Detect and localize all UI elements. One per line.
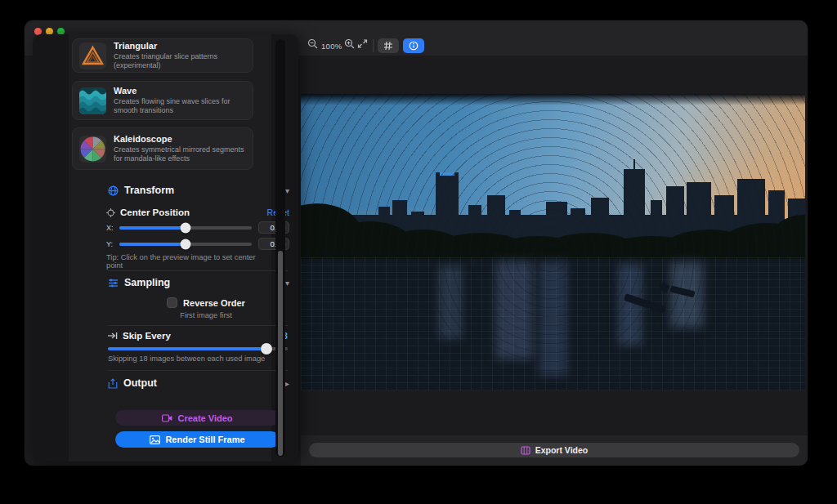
center-position-label: Center Position <box>120 207 190 217</box>
zoom-in-icon[interactable] <box>344 38 355 49</box>
toolbar-divider <box>373 39 374 52</box>
pattern-description: Creates flowing sine wave slices for smo… <box>114 97 246 115</box>
export-video-button[interactable]: Export Video <box>309 443 799 457</box>
x-label: X: <box>106 224 119 232</box>
export-video-icon <box>521 446 530 455</box>
sampling-icon <box>108 278 119 288</box>
pattern-card-kaleidoscope[interactable]: Kaleidoscope Creates symmetrical mirrore… <box>72 127 253 170</box>
center-position-tip: Tip: Click on the preview image to set c… <box>106 253 271 270</box>
section-label: Transform <box>124 185 174 196</box>
sidebar-scrollbar-track[interactable] <box>275 39 285 457</box>
skip-arrow-icon <box>108 332 118 340</box>
export-video-label: Export Video <box>535 445 589 455</box>
reverse-order-label: Reverse Order <box>183 298 245 308</box>
skip-every-caption: Skipping 18 images between each used ima… <box>108 355 265 363</box>
create-video-label: Create Video <box>177 413 232 423</box>
chevron-right-icon: ▸ <box>285 379 289 388</box>
zoom-level: 100% <box>321 42 342 51</box>
y-slider-row: Y: 0.00 <box>106 238 289 250</box>
image-icon <box>150 435 160 444</box>
section-transform[interactable]: Transform ▾ <box>108 185 289 196</box>
section-sampling[interactable]: Sampling ▾ <box>108 277 289 288</box>
info-toggle-icon <box>409 41 418 51</box>
x-slider-thumb[interactable] <box>181 222 191 233</box>
render-still-frame-label: Render Still Frame <box>165 435 244 444</box>
pattern-description: Creates symmetrical mirrored segments fo… <box>114 145 246 163</box>
sidebar-scrollbar-thumb[interactable] <box>278 251 283 456</box>
pattern-title: Wave <box>114 86 246 96</box>
settings-sidebar: Triangular Creates triangular slice patt… <box>33 34 298 462</box>
y-slider-thumb[interactable] <box>181 239 191 249</box>
grid-toggle-button[interactable] <box>378 38 399 53</box>
skip-every-row: Skip Every 18 <box>108 331 288 341</box>
section-label: Output <box>123 377 157 389</box>
crosshair-icon <box>106 208 115 217</box>
chevron-down-icon: ▾ <box>285 186 289 195</box>
x-slider-row: X: 0.00 <box>106 221 289 234</box>
section-output[interactable]: Output ▸ <box>108 377 289 389</box>
skip-every-slider-thumb[interactable] <box>261 343 272 355</box>
create-video-icon <box>162 414 172 422</box>
reverse-order-checkbox[interactable] <box>167 297 177 308</box>
fit-to-screen-icon[interactable] <box>357 38 368 49</box>
concentric-rings-overlay <box>301 94 805 390</box>
reverse-order-row: Reverse Order <box>105 297 298 308</box>
x-slider[interactable] <box>119 226 252 230</box>
output-share-icon <box>108 378 118 389</box>
divider <box>108 270 288 271</box>
pattern-title: Kaleidoscope <box>114 134 246 144</box>
reverse-order-sublabel: First image first <box>105 311 298 319</box>
section-label: Sampling <box>124 277 170 288</box>
y-label: Y: <box>106 240 119 248</box>
skip-every-slider[interactable] <box>108 343 288 355</box>
pattern-card-triangular[interactable]: Triangular Creates triangular slice patt… <box>72 38 253 73</box>
zoom-out-icon[interactable] <box>307 38 318 49</box>
render-still-frame-button[interactable]: Render Still Frame <box>115 431 280 448</box>
y-slider[interactable] <box>119 243 252 246</box>
app-window: 100% <box>25 20 808 466</box>
pattern-description: Creates triangular slice patterns (exper… <box>114 52 246 70</box>
preview-image[interactable] <box>301 94 805 390</box>
kaleidoscope-pattern-icon <box>79 136 106 163</box>
transform-icon <box>108 185 119 196</box>
skip-every-label: Skip Every <box>123 331 171 341</box>
center-position-row: Center Position Reset <box>106 207 289 217</box>
top-vignette <box>301 94 805 105</box>
pattern-title: Triangular <box>114 41 246 51</box>
grid-toggle-icon <box>383 41 393 51</box>
divider <box>108 325 288 326</box>
create-video-button[interactable]: Create Video <box>115 410 280 426</box>
info-toggle-button[interactable] <box>403 38 424 53</box>
pattern-card-wave[interactable]: Wave Creates flowing sine wave slices fo… <box>72 81 253 120</box>
sidebar-content: Triangular Creates triangular slice patt… <box>69 34 271 462</box>
wave-pattern-icon <box>79 87 106 114</box>
chevron-down-icon: ▾ <box>285 279 289 288</box>
divider <box>108 370 288 371</box>
triangle-pattern-icon <box>79 42 106 69</box>
